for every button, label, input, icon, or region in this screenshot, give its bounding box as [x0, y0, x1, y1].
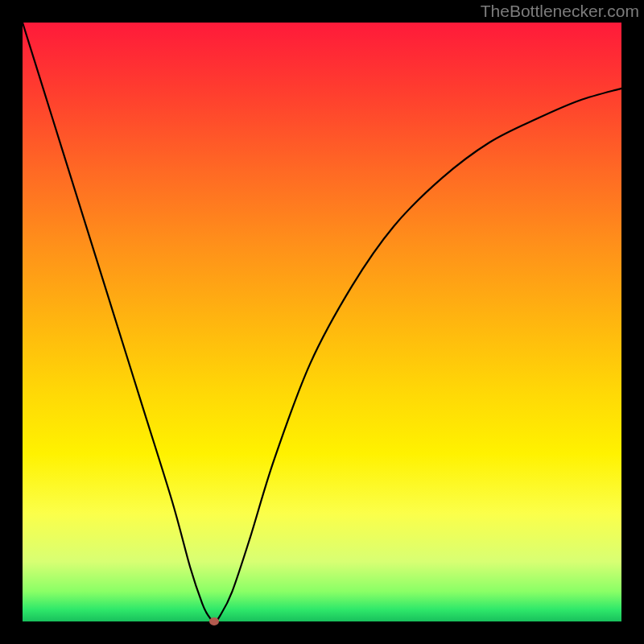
watermark-text: TheBottlenecker.com	[481, 2, 639, 21]
curve-path	[23, 23, 621, 621]
chart-frame: TheBottlenecker.com	[0, 0, 644, 644]
optimum-marker	[209, 617, 219, 625]
plot-area	[23, 23, 621, 621]
bottleneck-curve	[23, 23, 621, 621]
